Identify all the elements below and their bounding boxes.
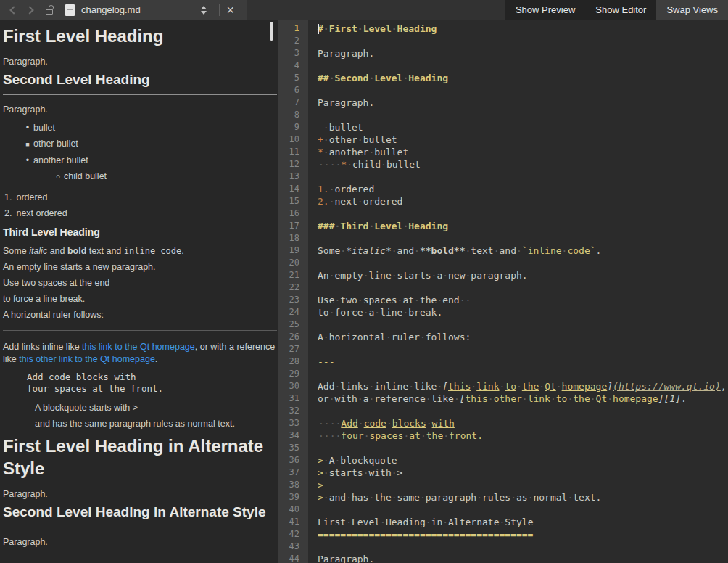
editor-line[interactable]: Paragraph. <box>318 553 728 563</box>
back-button[interactable] <box>6 7 22 13</box>
line-number: 22 <box>278 282 299 294</box>
line-number: 7 <box>278 96 299 109</box>
editor-line[interactable] <box>318 405 728 417</box>
editor-line[interactable] <box>318 541 728 553</box>
forward-button[interactable] <box>22 7 38 13</box>
code-block: Add code blocks with four spaces at the … <box>27 371 277 395</box>
file-tab[interactable]: changelog.md × <box>0 0 247 20</box>
line-number: 32 <box>278 405 299 417</box>
editor-line[interactable]: Paragraph. <box>318 47 728 59</box>
swap-views-button[interactable]: Swap Views <box>656 0 728 20</box>
line-number: 28 <box>278 356 299 368</box>
circle-bullet-icon: ○ <box>54 168 62 184</box>
ordinal-label: 1. <box>4 189 12 205</box>
preview-paragraph: Paragraph. <box>3 536 277 548</box>
editor-line[interactable]: ====================================== <box>318 528 728 541</box>
editor-line[interactable]: to·force·a·line·break. <box>318 306 728 319</box>
document-selector-dropdown[interactable] <box>201 6 207 15</box>
editor-line[interactable]: First·Level·Heading·in·Alternate·Style <box>318 516 728 528</box>
list-item: 1.ordered <box>3 189 277 205</box>
preview-h2-alt: Second Level Heading in Alternate Style <box>3 504 277 527</box>
editor-pane[interactable]: 1234567891011121314151617181920212223242… <box>278 20 728 563</box>
toolbar-spacer <box>247 0 505 20</box>
editor-line[interactable]: > <box>318 479 728 491</box>
editor-code[interactable]: #·First·Level·Heading Paragraph. ##·Seco… <box>308 20 728 563</box>
editor-line[interactable]: >·starts·with·> <box>318 467 728 479</box>
editor-line[interactable]: >·A·blockquote <box>318 454 728 467</box>
editor-line[interactable] <box>318 319 728 331</box>
editor-line[interactable]: ##·Second·Level·Heading <box>318 72 728 84</box>
markdown-editor-window: changelog.md × Show Preview Show Editor … <box>0 0 728 563</box>
editor-line[interactable] <box>318 109 728 121</box>
preview-h1-alt: First Level Heading in Alternate Style <box>3 435 277 480</box>
line-number: 15 <box>278 195 299 207</box>
editor-gutter: 1234567891011121314151617181920212223242… <box>278 20 308 563</box>
list-item: ■other bullet <box>3 136 277 152</box>
preview-pane[interactable]: First Level Heading Paragraph. Second Le… <box>0 20 278 563</box>
view-buttons: Show Preview Show Editor Swap Views <box>505 0 728 20</box>
editor-line[interactable]: ····*·child·bullet <box>318 158 728 170</box>
editor-line[interactable]: Paragraph. <box>318 96 728 109</box>
editor-line[interactable]: A·horizontal·ruler·follows: <box>318 331 728 343</box>
editor-line[interactable] <box>318 232 728 244</box>
editor-line[interactable] <box>318 84 728 96</box>
editor-line[interactable]: #·First·Level·Heading <box>318 22 728 35</box>
line-number: 5 <box>278 72 299 84</box>
editor-line[interactable]: +·other·bullet <box>318 133 728 146</box>
unlock-icon[interactable] <box>45 5 54 15</box>
line-number: 29 <box>278 368 299 380</box>
editor-line[interactable]: --- <box>318 356 728 368</box>
line-number: 18 <box>278 232 299 244</box>
list-item: 2.next ordered <box>3 205 277 221</box>
editor-line[interactable]: >·and·has·the·same·paragraph·rules·as·no… <box>318 491 728 504</box>
preview-h2: Second Level Heading <box>3 72 277 95</box>
editor-line[interactable]: ····four·spaces·at·the·front. <box>318 430 728 442</box>
editor-line[interactable] <box>318 368 728 380</box>
qt-homepage-link[interactable]: this link to the Qt homepage <box>82 342 195 352</box>
editor-line[interactable] <box>318 170 728 183</box>
line-number: 43 <box>278 541 299 553</box>
line-number: 9 <box>278 121 299 133</box>
text-cursor <box>318 24 319 34</box>
qt-homepage-reference-link[interactable]: this other link to the Qt homepage <box>19 354 155 364</box>
line-number: 19 <box>278 244 299 257</box>
line-number: 23 <box>278 294 299 306</box>
line-number: 40 <box>278 504 299 516</box>
line-number: 38 <box>278 479 299 491</box>
show-editor-button[interactable]: Show Editor <box>585 0 656 20</box>
editor-line[interactable]: Use·two·spaces·at·the·end·· <box>318 294 728 306</box>
line-number: 14 <box>278 183 299 195</box>
line-number: 11 <box>278 146 299 158</box>
preview-h1: First Level Heading <box>3 25 277 47</box>
editor-line[interactable]: 2.·next·ordered <box>318 195 728 207</box>
editor-line[interactable]: Some·*italic*·and·**bold**·text·and·`inl… <box>318 244 728 257</box>
close-tab-button[interactable]: × <box>225 4 236 16</box>
chevron-left-icon <box>9 6 17 14</box>
list-item: •bullet <box>3 120 277 136</box>
editor-line[interactable] <box>318 282 728 294</box>
editor-line[interactable] <box>318 207 728 220</box>
editor-line[interactable]: 1.·ordered <box>318 183 728 195</box>
line-number: 13 <box>278 170 299 183</box>
editor-line[interactable] <box>318 504 728 516</box>
editor-line[interactable] <box>318 59 728 72</box>
editor-line[interactable]: ###·Third·Level·Heading <box>318 220 728 232</box>
line-number: 39 <box>278 491 299 504</box>
chevron-right-icon <box>25 6 33 14</box>
show-preview-button[interactable]: Show Preview <box>505 0 585 20</box>
toolbar: changelog.md × Show Preview Show Editor … <box>0 0 728 20</box>
preview-scrollbar-thumb[interactable] <box>270 22 273 41</box>
editor-line[interactable]: *·another·bullet <box>318 146 728 158</box>
editor-line[interactable]: -·bullet <box>318 121 728 133</box>
editor-line[interactable]: An·empty·line·starts·a·new·paragraph. <box>318 269 728 282</box>
editor-line[interactable] <box>318 257 728 269</box>
editor-line[interactable] <box>318 35 728 47</box>
editor-line[interactable]: ····Add·code·blocks·with <box>318 417 728 430</box>
ordered-list: 1.ordered 2.next ordered <box>3 189 277 221</box>
list-item-child: ○child bullet <box>3 168 277 184</box>
editor-line[interactable] <box>318 442 728 454</box>
editor-line[interactable] <box>318 343 728 356</box>
editor-line[interactable]: Add·links·inline·like·[this·link·to·the·… <box>318 380 728 393</box>
line-number: 6 <box>278 84 299 96</box>
editor-line[interactable]: or·with·a·reference·like·[this·other·lin… <box>318 393 728 405</box>
